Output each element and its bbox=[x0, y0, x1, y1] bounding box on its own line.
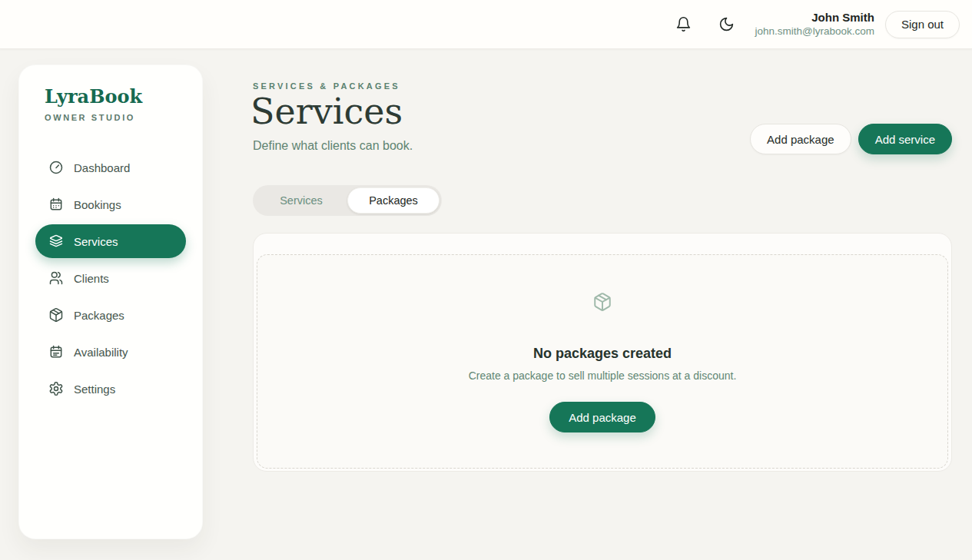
sidebar-item-label: Clients bbox=[74, 272, 109, 285]
sidebar-item-clients[interactable]: Clients bbox=[35, 261, 186, 295]
tab-services[interactable]: Services bbox=[255, 187, 347, 214]
package-icon bbox=[48, 307, 64, 323]
sidebar: LyraBook OWNER STUDIO DashboardBookingsS… bbox=[18, 65, 203, 539]
sidebar-item-settings[interactable]: Settings bbox=[35, 372, 186, 406]
sidebar-item-packages[interactable]: Packages bbox=[35, 298, 186, 332]
breadcrumb-eyebrow: SERVICES & PACKAGES bbox=[253, 81, 400, 91]
gear-icon bbox=[48, 381, 64, 396]
sidebar-item-services[interactable]: Services bbox=[35, 224, 186, 258]
calendar-icon bbox=[48, 197, 64, 212]
tab-packages[interactable]: Packages bbox=[347, 187, 440, 214]
users-icon bbox=[48, 270, 64, 286]
empty-state-title: No packages created bbox=[533, 346, 672, 362]
sidebar-item-label: Settings bbox=[74, 383, 115, 396]
packages-card: No packages created Create a package to … bbox=[253, 233, 952, 472]
sidebar-item-label: Packages bbox=[74, 309, 124, 322]
sidebar-item-dashboard[interactable]: Dashboard bbox=[35, 151, 186, 184]
brand-subtitle: OWNER STUDIO bbox=[45, 113, 202, 122]
tab-group: ServicesPackages bbox=[253, 185, 442, 216]
empty-state-description: Create a package to sell multiple sessio… bbox=[469, 369, 737, 382]
sidebar-item-label: Bookings bbox=[74, 198, 121, 211]
user-block: John Smith john.smith@lyrabook.com bbox=[755, 10, 874, 38]
user-email: john.smith@lyrabook.com bbox=[755, 25, 874, 38]
gauge-icon bbox=[48, 160, 64, 175]
layers-icon bbox=[48, 234, 64, 249]
main-content: SERVICES & PACKAGES Services Define what… bbox=[253, 49, 952, 560]
sidebar-item-label: Services bbox=[74, 235, 118, 248]
sidebar-item-label: Dashboard bbox=[74, 161, 130, 174]
header-actions: Add package Add service bbox=[750, 124, 952, 154]
add-package-button[interactable]: Add package bbox=[750, 124, 851, 154]
bell-icon[interactable] bbox=[670, 12, 696, 38]
brand-logo: LyraBook bbox=[45, 85, 202, 108]
sidebar-item-availability[interactable]: Availability bbox=[35, 335, 186, 369]
moon-icon[interactable] bbox=[713, 12, 739, 38]
calendar-lines-icon bbox=[48, 344, 64, 360]
sidebar-item-bookings[interactable]: Bookings bbox=[35, 187, 186, 221]
add-service-button[interactable]: Add service bbox=[858, 124, 952, 154]
brand-block: LyraBook OWNER STUDIO bbox=[19, 85, 202, 122]
sign-out-button[interactable]: Sign out bbox=[885, 11, 960, 38]
user-name: John Smith bbox=[755, 10, 874, 25]
empty-add-package-button[interactable]: Add package bbox=[549, 402, 655, 432]
empty-state: No packages created Create a package to … bbox=[257, 254, 948, 469]
sidebar-item-label: Availability bbox=[74, 346, 128, 359]
package-icon bbox=[592, 292, 612, 315]
topbar: John Smith john.smith@lyrabook.com Sign … bbox=[0, 0, 972, 49]
page-title: Services bbox=[250, 91, 403, 132]
sidebar-nav: DashboardBookingsServicesClientsPackages… bbox=[19, 151, 202, 406]
page-subtitle: Define what clients can book. bbox=[253, 139, 413, 153]
